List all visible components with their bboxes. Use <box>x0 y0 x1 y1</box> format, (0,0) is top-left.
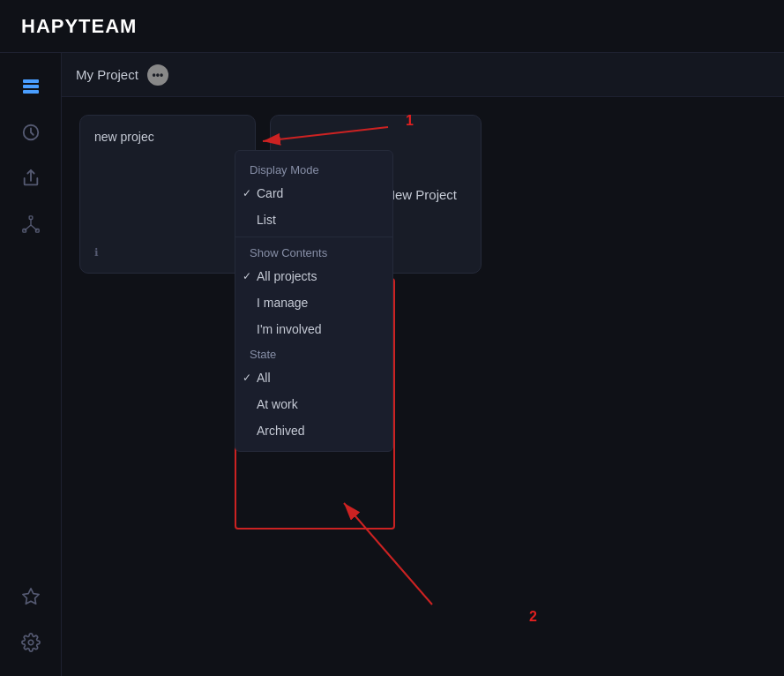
svg-rect-5 <box>29 216 33 220</box>
more-button[interactable]: ••• <box>147 64 168 86</box>
state-all-item[interactable]: All <box>235 364 392 391</box>
project-card-info: ℹ <box>94 246 241 259</box>
app-title: HAPYTEAM <box>21 15 137 38</box>
show-contents-section-label: Show Contents <box>235 241 392 263</box>
show-i-manage-item[interactable]: I manage <box>235 289 392 316</box>
sidebar-icon-share[interactable] <box>11 159 50 198</box>
i-manage-label: I manage <box>257 296 308 310</box>
svg-point-12 <box>28 640 34 645</box>
dropdown-menu: Display Mode Card List Show Contents All… <box>235 150 393 452</box>
info-icon: ℹ <box>94 246 99 259</box>
sidebar-icon-settings[interactable] <box>11 623 50 662</box>
display-mode-list-item[interactable]: List <box>235 207 392 233</box>
annotation-label-2: 2 <box>529 609 537 625</box>
display-mode-card-item[interactable]: Card <box>235 180 392 207</box>
archived-label: Archived <box>257 424 304 438</box>
state-archived-item[interactable]: Archived <box>235 417 392 444</box>
im-involved-label: I'm involved <box>257 322 321 336</box>
all-projects-label: All projects <box>257 269 317 283</box>
svg-line-9 <box>24 225 30 230</box>
project-card-title: new projec <box>94 130 241 144</box>
state-at-work-item[interactable]: At work <box>235 391 392 417</box>
svg-line-19 <box>344 503 432 605</box>
show-im-involved-item[interactable]: I'm involved <box>235 316 392 342</box>
sidebar-icon-clock[interactable] <box>11 113 50 152</box>
sidebar-icon-star[interactable] <box>11 577 50 616</box>
svg-rect-2 <box>23 90 39 94</box>
menu-divider-1 <box>235 237 392 237</box>
project-card[interactable]: new projec ℹ <box>79 115 256 274</box>
sidebar-icon-layers[interactable] <box>11 67 50 106</box>
display-mode-section-label: Display Mode <box>235 158 392 180</box>
project-area: new projec ℹ Create New Project <box>62 97 784 291</box>
project-title: My Project <box>76 67 138 82</box>
project-header: My Project ••• <box>62 53 784 97</box>
all-state-label: All <box>257 371 271 385</box>
state-section-label: State <box>235 342 392 364</box>
svg-rect-0 <box>23 79 39 83</box>
card-option-label: Card <box>257 186 283 200</box>
svg-line-10 <box>31 225 37 230</box>
show-all-projects-item[interactable]: All projects <box>235 263 392 289</box>
svg-marker-11 <box>22 589 38 604</box>
svg-rect-1 <box>23 85 39 88</box>
top-bar: HAPYTEAM <box>0 0 784 53</box>
sidebar-icon-network[interactable] <box>11 205 50 244</box>
at-work-label: At work <box>257 397 298 411</box>
list-option-label: List <box>257 213 276 227</box>
content-area: My Project ••• new projec ℹ <box>62 53 784 676</box>
main-layout: My Project ••• new projec ℹ <box>0 53 784 676</box>
sidebar <box>0 53 62 676</box>
